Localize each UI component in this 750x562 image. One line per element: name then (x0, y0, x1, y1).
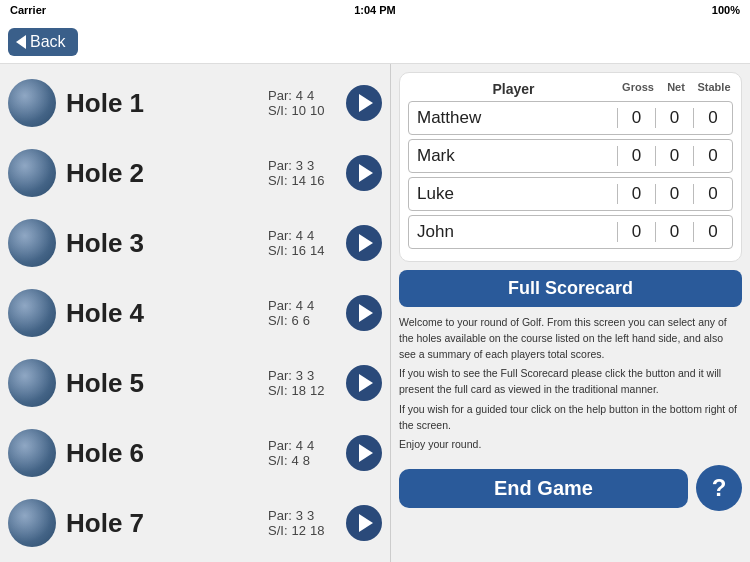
back-chevron-icon (16, 35, 26, 49)
hole-row-2: Hole 2 Par: 3 3 S/I: 14 16 (0, 138, 390, 208)
play-arrow-icon-5 (359, 374, 373, 392)
player-gross-2: 0 (618, 146, 656, 166)
end-game-button[interactable]: End Game (399, 469, 688, 508)
hole-stats-6: Par: 4 4 S/I: 4 8 (268, 438, 338, 468)
hole-ball-5 (8, 359, 56, 407)
player-stable-1: 0 (694, 108, 732, 128)
info-p2: If you wish to see the Full Scorecard pl… (399, 366, 742, 398)
hole-label-1: Hole 1 (66, 88, 268, 119)
full-scorecard-button[interactable]: Full Scorecard (399, 270, 742, 307)
play-button-5[interactable] (346, 365, 382, 401)
player-score-row-3: Luke 0 0 0 (408, 177, 733, 211)
hole-stats-4: Par: 4 4 S/I: 6 6 (268, 298, 338, 328)
play-button-3[interactable] (346, 225, 382, 261)
score-header: Player Gross Net Stable (408, 81, 733, 97)
hole-ball-3 (8, 219, 56, 267)
hole-label-5: Hole 5 (66, 368, 268, 399)
info-p1: Welcome to your round of Golf. From this… (399, 315, 742, 362)
back-label: Back (30, 33, 66, 51)
player-stable-3: 0 (694, 184, 732, 204)
player-net-4: 0 (656, 222, 694, 242)
hole-label-2: Hole 2 (66, 158, 268, 189)
info-section: Welcome to your round of Golf. From this… (399, 315, 742, 457)
play-button-4[interactable] (346, 295, 382, 331)
info-p4: Enjoy your round. (399, 437, 742, 453)
score-card: Player Gross Net Stable Matthew 0 0 0 Ma… (399, 72, 742, 262)
player-gross-4: 0 (618, 222, 656, 242)
hole-stats-3: Par: 4 4 S/I: 16 14 (268, 228, 338, 258)
hole-label-6: Hole 6 (66, 438, 268, 469)
hole-row-5: Hole 5 Par: 3 3 S/I: 18 12 (0, 348, 390, 418)
hole-stats-7: Par: 3 3 S/I: 12 18 (268, 508, 338, 538)
play-button-1[interactable] (346, 85, 382, 121)
help-button[interactable]: ? (696, 465, 742, 511)
net-col-header: Net (657, 81, 695, 97)
player-name-3: Luke (409, 184, 618, 204)
hole-ball-1 (8, 79, 56, 127)
hole-row-7: Hole 7 Par: 3 3 S/I: 12 18 (0, 488, 390, 558)
player-name-1: Matthew (409, 108, 618, 128)
hole-label-3: Hole 3 (66, 228, 268, 259)
back-button[interactable]: Back (8, 28, 78, 56)
player-name-2: Mark (409, 146, 618, 166)
player-gross-3: 0 (618, 184, 656, 204)
hole-stats-1: Par: 4 4 S/I: 10 10 (268, 88, 338, 118)
hole-ball-2 (8, 149, 56, 197)
player-stable-2: 0 (694, 146, 732, 166)
carrier-text: Carrier (10, 4, 46, 16)
right-panel: Player Gross Net Stable Matthew 0 0 0 Ma… (391, 64, 750, 562)
player-net-3: 0 (656, 184, 694, 204)
hole-label-4: Hole 4 (66, 298, 268, 329)
hole-row-6: Hole 6 Par: 4 4 S/I: 4 8 (0, 418, 390, 488)
holes-panel: Hole 1 Par: 4 4 S/I: 10 10 Hole 2 Par: 3… (0, 64, 390, 562)
gross-col-header: Gross (619, 81, 657, 97)
battery-text: 100% (712, 4, 740, 16)
hole-ball-6 (8, 429, 56, 477)
play-button-6[interactable] (346, 435, 382, 471)
status-bar: Carrier 1:04 PM 100% (0, 0, 750, 20)
player-score-row-1: Matthew 0 0 0 (408, 101, 733, 135)
stable-col-header: Stable (695, 81, 733, 97)
player-gross-1: 0 (618, 108, 656, 128)
play-button-7[interactable] (346, 505, 382, 541)
hole-label-7: Hole 7 (66, 508, 268, 539)
player-col-header: Player (408, 81, 619, 97)
player-name-4: John (409, 222, 618, 242)
play-arrow-icon-7 (359, 514, 373, 532)
player-net-2: 0 (656, 146, 694, 166)
hole-row-1: Hole 1 Par: 4 4 S/I: 10 10 (0, 68, 390, 138)
hole-ball-7 (8, 499, 56, 547)
main-content: Hole 1 Par: 4 4 S/I: 10 10 Hole 2 Par: 3… (0, 64, 750, 562)
hole-ball-4 (8, 289, 56, 337)
play-arrow-icon-3 (359, 234, 373, 252)
play-arrow-icon-4 (359, 304, 373, 322)
player-net-1: 0 (656, 108, 694, 128)
hole-stats-2: Par: 3 3 S/I: 14 16 (268, 158, 338, 188)
nav-bar: Back (0, 20, 750, 64)
player-score-row-4: John 0 0 0 (408, 215, 733, 249)
play-button-2[interactable] (346, 155, 382, 191)
play-arrow-icon-1 (359, 94, 373, 112)
bottom-buttons: End Game ? (399, 465, 742, 511)
play-arrow-icon-6 (359, 444, 373, 462)
hole-row-4: Hole 4 Par: 4 4 S/I: 6 6 (0, 278, 390, 348)
player-stable-4: 0 (694, 222, 732, 242)
player-score-row-2: Mark 0 0 0 (408, 139, 733, 173)
time-text: 1:04 PM (354, 4, 396, 16)
play-arrow-icon-2 (359, 164, 373, 182)
hole-row-3: Hole 3 Par: 4 4 S/I: 16 14 (0, 208, 390, 278)
hole-stats-5: Par: 3 3 S/I: 18 12 (268, 368, 338, 398)
info-p3: If you wish for a guided tour click on t… (399, 402, 742, 434)
